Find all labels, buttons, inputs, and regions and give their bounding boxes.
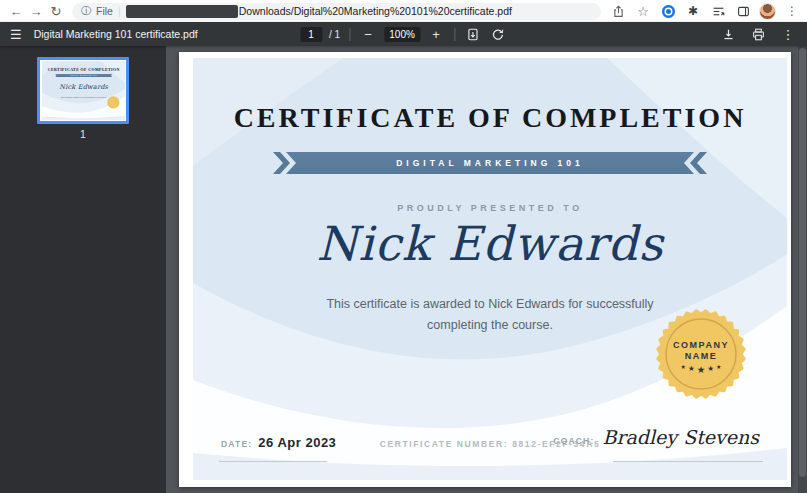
- address-bar[interactable]: ⓘ File | Downloads/Digital%20Marketing%2…: [72, 3, 601, 20]
- pdf-menu-icon[interactable]: ☰: [10, 27, 22, 42]
- fit-page-icon[interactable]: [464, 25, 482, 43]
- thumbnail-page-number: 1: [80, 128, 86, 140]
- zoom-level-input[interactable]: 100%: [384, 27, 420, 42]
- thumbnail-certificate-preview: CERTIFICATE OF COMPLETION DIGITAL MARKET…: [40, 60, 126, 121]
- seal-company-line1: COMPANY: [673, 340, 729, 351]
- course-ribbon: DIGITAL MARKETING 101: [286, 152, 694, 174]
- thumb-body: This certificate is awarded to Nick Edwa…: [42, 96, 125, 99]
- coach-label: COACH:: [553, 436, 594, 446]
- page-count-label: / 1: [329, 29, 340, 40]
- company-seal: COMPANY NAME ★ ★ ★ ★ ★: [654, 307, 748, 401]
- profile-avatar[interactable]: [759, 3, 776, 20]
- forward-button[interactable]: →: [26, 1, 46, 21]
- pdf-toolbar: ☰ Digital Marketing 101 certificate.pdf …: [0, 22, 807, 46]
- url-text: Downloads/Digital%20Marketing%20101%20ce…: [239, 5, 512, 17]
- back-button[interactable]: ←: [6, 1, 26, 21]
- seal-company-line2: NAME: [685, 351, 718, 362]
- coach-block: COACH: Bradley Stevens: [553, 426, 759, 448]
- page-thumbnail[interactable]: CERTIFICATE OF COMPLETION DIGITAL MARKET…: [37, 57, 129, 124]
- certificate-page: CERTIFICATE OF COMPLETION DIGITAL MARKET…: [179, 52, 791, 487]
- scrollbar-track[interactable]: [798, 46, 807, 493]
- star-icon: ★: [681, 363, 686, 371]
- toolbar-divider: [349, 28, 350, 41]
- star-icon: ★: [688, 365, 695, 373]
- thumbnail-sidebar: CERTIFICATE OF COMPLETION DIGITAL MARKET…: [0, 46, 166, 493]
- print-icon[interactable]: [749, 25, 767, 43]
- star-icon: ★: [716, 363, 721, 371]
- certificate-title: CERTIFICATE OF COMPLETION: [193, 102, 787, 134]
- recipient-name: Nick Edwards: [193, 216, 787, 271]
- coach-underline: [613, 461, 763, 462]
- presented-label: PROUDLY PRESENTED TO: [193, 203, 787, 213]
- date-underline: [219, 461, 327, 462]
- certificate-number-label: CERTIFICATE NUMBER:: [380, 439, 508, 449]
- toolbar-divider: [454, 28, 455, 41]
- url-redacted-block: [126, 5, 238, 18]
- zoom-in-button[interactable]: +: [427, 25, 445, 43]
- reload-button[interactable]: ↻: [46, 1, 66, 21]
- side-panel-icon[interactable]: [734, 2, 752, 20]
- pdf-viewer-area: CERTIFICATE OF COMPLETION DIGITAL MARKET…: [166, 46, 807, 493]
- url-scheme-label: File: [96, 5, 113, 17]
- reading-list-icon[interactable]: [709, 2, 727, 20]
- download-icon[interactable]: [719, 25, 737, 43]
- rotate-icon[interactable]: [489, 25, 507, 43]
- thumb-recipient: Nick Edwards: [42, 83, 125, 91]
- thumb-title: CERTIFICATE OF COMPLETION: [42, 67, 125, 71]
- page-number-input[interactable]: 1: [300, 27, 322, 42]
- star-icon: ★: [707, 365, 714, 373]
- pdf-more-options-icon[interactable]: ⋮: [779, 25, 797, 43]
- thumb-ribbon: DIGITAL MARKETING 101: [71, 75, 97, 76]
- extension-1password-icon[interactable]: [659, 2, 677, 20]
- address-separator: |: [118, 5, 121, 17]
- page-info-icon[interactable]: ⓘ: [81, 4, 91, 18]
- seal-stars: ★ ★ ★ ★ ★: [681, 366, 722, 374]
- pdf-document-title: Digital Marketing 101 certificate.pdf: [34, 28, 198, 40]
- bookmark-star-icon[interactable]: ☆: [634, 2, 652, 20]
- course-name: DIGITAL MARKETING 101: [396, 158, 584, 168]
- coach-signature: Bradley Stevens: [603, 426, 760, 448]
- zoom-out-button[interactable]: −: [359, 25, 377, 43]
- scrollbar-thumb[interactable]: [799, 48, 806, 477]
- star-icon: ★: [697, 366, 706, 374]
- share-icon[interactable]: [609, 2, 627, 20]
- certificate-panel: CERTIFICATE OF COMPLETION DIGITAL MARKET…: [193, 58, 787, 480]
- extension-icon[interactable]: ✱: [684, 2, 702, 20]
- browser-toolbar: ← → ↻ ⓘ File | Downloads/Digital%20Marke…: [0, 0, 807, 22]
- browser-menu-icon[interactable]: ⋮: [783, 2, 801, 20]
